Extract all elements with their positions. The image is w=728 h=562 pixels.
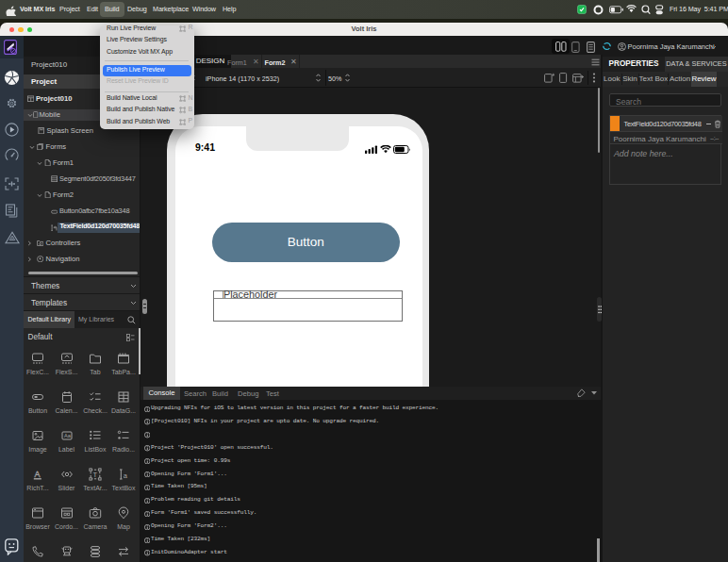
svg-text:A: A <box>34 470 40 479</box>
svg-text:a: a <box>124 471 128 480</box>
svg-text:Aa: Aa <box>64 433 72 438</box>
svg-text:T: T <box>93 471 98 479</box>
